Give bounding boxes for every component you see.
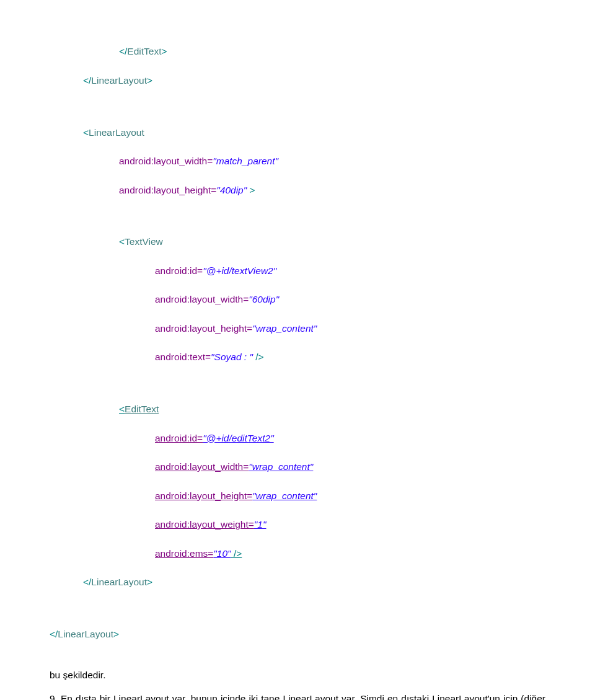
paragraph-1: bu şekildedir. (50, 668, 545, 682)
attr-id: android:id= (155, 265, 203, 276)
paragraph-2: 9. En dışta bir LinearLayout var, bunun … (50, 691, 545, 701)
code-block-layout-xml: </EditText> </LinearLayout> <LinearLayou… (50, 30, 545, 655)
attr-layout-width: android:layout_width= (119, 156, 213, 166)
attr-layout-height: android:layout_height= (119, 185, 216, 195)
